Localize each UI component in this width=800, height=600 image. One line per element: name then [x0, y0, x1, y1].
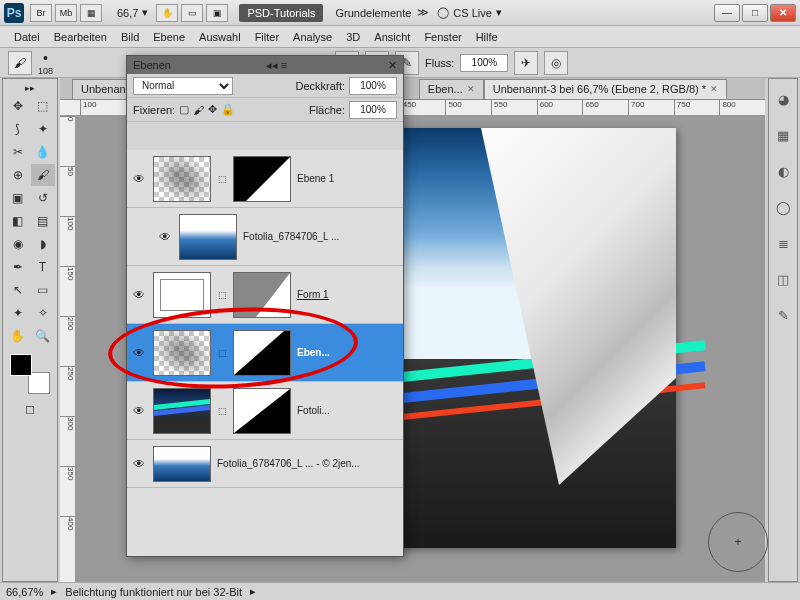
eyedropper-tool[interactable]: 💧: [31, 141, 55, 163]
layout-button[interactable]: ▦: [80, 4, 102, 22]
layer-row[interactable]: 👁 ⬚ Fotoli...: [127, 382, 403, 440]
menu-filter[interactable]: Filter: [255, 31, 279, 43]
color-icon[interactable]: ◕: [773, 89, 793, 109]
workspace-tab-2[interactable]: Grundelemente: [329, 4, 417, 22]
screen-button[interactable]: ▣: [206, 4, 228, 22]
opacity-field[interactable]: 100%: [349, 77, 397, 95]
minibridge-button[interactable]: Mb: [55, 4, 77, 22]
fluss-field[interactable]: 100%: [460, 54, 508, 72]
crop-tool[interactable]: ✂: [6, 141, 30, 163]
dodge-tool[interactable]: ◗: [31, 233, 55, 255]
wand-tool[interactable]: ✦: [31, 118, 55, 140]
lock-move-icon[interactable]: ✥: [208, 103, 217, 116]
link-icon[interactable]: ⬚: [217, 406, 227, 416]
target-icon[interactable]: ◎: [544, 51, 568, 75]
blend-mode-select[interactable]: Normal: [133, 77, 233, 95]
brush-tool[interactable]: 🖌: [31, 164, 55, 186]
canvas[interactable]: [376, 128, 676, 548]
channels-icon[interactable]: ◫: [773, 269, 793, 289]
menu-bearbeiten[interactable]: Bearbeiten: [54, 31, 107, 43]
link-icon[interactable]: ⬚: [217, 348, 227, 358]
layer-mask[interactable]: [233, 330, 291, 376]
lock-all-icon[interactable]: 🔒: [221, 103, 235, 116]
layer-thumb[interactable]: [153, 272, 211, 318]
doc-tab-2[interactable]: Eben...✕: [419, 79, 484, 99]
cslive-button[interactable]: CS Live: [453, 7, 492, 19]
close-button[interactable]: ✕: [770, 4, 796, 22]
color-swatches[interactable]: [10, 354, 50, 394]
menu-ansicht[interactable]: Ansicht: [374, 31, 410, 43]
fill-field[interactable]: 100%: [349, 101, 397, 119]
zoom-level[interactable]: 66,7: [117, 7, 138, 19]
mask-icon[interactable]: ◯: [773, 197, 793, 217]
history-tool[interactable]: ↺: [31, 187, 55, 209]
layer-row-selected[interactable]: 👁 ⬚ Eben...: [127, 324, 403, 382]
link-icon[interactable]: ⬚: [217, 290, 227, 300]
quickmask-tool[interactable]: ◻: [18, 398, 42, 420]
type-tool[interactable]: T: [31, 256, 55, 278]
adjust-icon[interactable]: ◐: [773, 161, 793, 181]
move-tool[interactable]: ✥: [6, 95, 30, 117]
3d-tool[interactable]: ✦: [6, 302, 30, 324]
layers-close-icon[interactable]: ✕: [388, 59, 397, 72]
doc-tab-3[interactable]: Unbenannt-3 bei 66,7% (Ebene 2, RGB/8) *…: [484, 79, 727, 99]
menu-3d[interactable]: 3D: [346, 31, 360, 43]
visibility-icon[interactable]: 👁: [131, 345, 147, 361]
current-tool-icon[interactable]: 🖌: [8, 51, 32, 75]
marquee-tool[interactable]: ⬚: [31, 95, 55, 117]
pen-tool[interactable]: ✒: [6, 256, 30, 278]
gradient-tool[interactable]: ▤: [31, 210, 55, 232]
visibility-icon[interactable]: 👁: [131, 171, 147, 187]
heal-tool[interactable]: ⊕: [6, 164, 30, 186]
menu-datei[interactable]: Datei: [14, 31, 40, 43]
layers-menu-icon[interactable]: ◂◂ ≡: [266, 59, 287, 72]
paths-icon[interactable]: ✎: [773, 305, 793, 325]
workspace-tab-1[interactable]: PSD-Tutorials: [239, 4, 323, 22]
minimize-button[interactable]: —: [714, 4, 740, 22]
visibility-icon[interactable]: 👁: [131, 403, 147, 419]
layer-mask[interactable]: [233, 272, 291, 318]
layer-thumb[interactable]: [153, 330, 211, 376]
lock-trans-icon[interactable]: ▢: [179, 103, 189, 116]
layer-row[interactable]: 👁 ⬚ Form 1: [127, 266, 403, 324]
layers-panel[interactable]: Ebenen ◂◂ ≡ ✕ Normal Deckkraft: 100% Fix…: [126, 55, 404, 557]
maximize-button[interactable]: □: [742, 4, 768, 22]
layer-thumb[interactable]: [153, 156, 211, 202]
menu-bild[interactable]: Bild: [121, 31, 139, 43]
layer-row[interactable]: 👁 Fotolia_6784706_L ...: [127, 208, 403, 266]
menu-auswahl[interactable]: Auswahl: [199, 31, 241, 43]
stamp-tool[interactable]: ▣: [6, 187, 30, 209]
shape-tool[interactable]: ▭: [31, 279, 55, 301]
zoom-tool[interactable]: 🔍: [31, 325, 55, 347]
lock-paint-icon[interactable]: 🖌: [193, 104, 204, 116]
layers-title[interactable]: Ebenen ◂◂ ≡ ✕: [127, 56, 403, 74]
visibility-icon[interactable]: 👁: [157, 229, 173, 245]
lasso-tool[interactable]: ⟆: [6, 118, 30, 140]
link-icon[interactable]: ⬚: [217, 174, 227, 184]
menu-analyse[interactable]: Analyse: [293, 31, 332, 43]
layer-mask[interactable]: [233, 156, 291, 202]
hand-button[interactable]: ✋: [156, 4, 178, 22]
eraser-tool[interactable]: ◧: [6, 210, 30, 232]
visibility-icon[interactable]: 👁: [131, 287, 147, 303]
path-tool[interactable]: ↖: [6, 279, 30, 301]
more-icon[interactable]: ≫: [417, 6, 429, 19]
doc-button[interactable]: ▭: [181, 4, 203, 22]
layer-thumb[interactable]: [179, 214, 237, 260]
layer-thumb[interactable]: [153, 446, 211, 482]
layer-row[interactable]: 👁 Fotolia_6784706_L ... - © 2jen...: [127, 440, 403, 488]
blur-tool[interactable]: ◉: [6, 233, 30, 255]
layer-mask[interactable]: [233, 388, 291, 434]
menu-hilfe[interactable]: Hilfe: [476, 31, 498, 43]
layer-thumb[interactable]: [153, 388, 211, 434]
3d2-tool[interactable]: ✧: [31, 302, 55, 324]
airbrush-icon[interactable]: ✈: [514, 51, 538, 75]
brush-size[interactable]: 108: [38, 66, 53, 76]
bridge-button[interactable]: Br: [30, 4, 52, 22]
visibility-icon[interactable]: 👁: [131, 456, 147, 472]
swatch-icon[interactable]: ▦: [773, 125, 793, 145]
status-zoom[interactable]: 66,67%: [6, 586, 43, 598]
menu-fenster[interactable]: Fenster: [424, 31, 461, 43]
layers-icon[interactable]: ≣: [773, 233, 793, 253]
hand-tool[interactable]: ✋: [6, 325, 30, 347]
